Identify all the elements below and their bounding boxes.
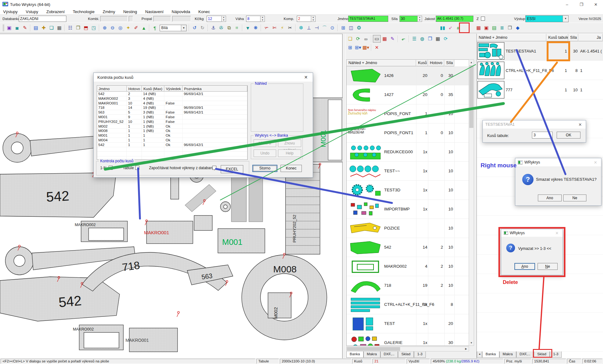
kckg-spinner[interactable]: ▲▼ bbox=[221, 16, 226, 22]
close-icon[interactable]: ✕ bbox=[551, 231, 563, 235]
kusu-tabule-input[interactable]: 3 bbox=[532, 132, 553, 139]
edit-icon[interactable]: ✎ bbox=[21, 24, 29, 32]
list-item-pozice[interactable]: POZICE10 bbox=[347, 219, 469, 238]
zoom-window-icon[interactable]: ◎ bbox=[116, 24, 124, 32]
dialog-title-bar[interactable]: Kontrola počtu kusů ✕ bbox=[94, 73, 313, 82]
menu-item-změny[interactable]: Změny bbox=[103, 9, 115, 14]
menu-item-nastavení[interactable]: Nastavení bbox=[145, 9, 164, 14]
halves-icon[interactable]: ◫ bbox=[347, 24, 355, 32]
ano-button[interactable]: Ano bbox=[514, 263, 535, 270]
tab-1-3[interactable]: 1-3 bbox=[550, 351, 562, 358]
open-folder-icon[interactable]: ❏ bbox=[346, 35, 354, 43]
assembly-item-testsestava1[interactable]: TESTSESTAVA1130AK-1.4541 ( bbox=[477, 41, 603, 61]
assembly-item-ctrl-alt-k-f11-f8-f6[interactable]: CTRL+ALT+K_F11_F8_F6181 bbox=[477, 61, 603, 80]
parts-vscrollbar[interactable]: ▲ ▼ bbox=[469, 59, 474, 346]
table-add-drop-icon[interactable]: ⊞▾ bbox=[354, 44, 362, 51]
redo-icon[interactable]: ↻ bbox=[198, 24, 206, 32]
chevron-down-icon[interactable]: ▼ bbox=[181, 25, 186, 31]
list-item-makro002[interactable]: MAKRO0024210 bbox=[347, 257, 469, 276]
excel-button[interactable]: EXCEL bbox=[221, 165, 243, 173]
tab-makra[interactable]: Makra bbox=[363, 351, 380, 358]
grid-snap-icon[interactable]: ⌗ bbox=[233, 24, 241, 32]
airbrush-icon[interactable]: ✎ bbox=[389, 35, 396, 43]
list-item-popis-font1[interactable]: +МИШЗЕНИ+МИШЗЕНИPOPIS_FONT11010 bbox=[347, 124, 469, 143]
menu-item-konec[interactable]: Konec bbox=[198, 9, 210, 14]
sync-icon[interactable]: ⟳ bbox=[354, 35, 362, 43]
pier-icon[interactable]: ⊥ bbox=[305, 24, 313, 32]
table-row[interactable]: PRUHY202_52101 (NB)False bbox=[97, 119, 247, 124]
delete-x-icon[interactable]: ✕ bbox=[373, 44, 381, 51]
copy-icon[interactable]: ❐ bbox=[74, 24, 82, 32]
close-icon[interactable]: ✕ bbox=[299, 75, 313, 80]
red-grid-icon[interactable]: ▦ bbox=[381, 35, 389, 43]
loop-icon[interactable]: ⊙ bbox=[328, 24, 336, 32]
import-icon[interactable]: ◳ bbox=[90, 24, 98, 32]
kckg-input[interactable]: 12 bbox=[207, 16, 222, 22]
tab-dxf-[interactable]: DXF,... bbox=[516, 351, 534, 358]
import-arrow-icon[interactable]: ⬐ bbox=[399, 35, 407, 43]
table-row[interactable]: MAKRO00234 (NB) bbox=[97, 96, 247, 101]
komp-spinner[interactable]: ▲▼ bbox=[311, 16, 316, 22]
panel-toggle-icon[interactable]: ▭ bbox=[373, 35, 381, 43]
ano-button[interactable]: Ano bbox=[538, 195, 562, 201]
menu-item-zobrazení[interactable]: Zobrazení bbox=[46, 9, 65, 14]
jmeno-input[interactable]: TESTSESTAVA1 bbox=[348, 16, 388, 22]
scroll-down-icon[interactable]: ▼ bbox=[469, 340, 474, 346]
sila-spinner[interactable]: ▲▼ bbox=[417, 16, 422, 22]
list-item-test[interactable]: TEST1x20 bbox=[347, 314, 469, 333]
cut-a-icon[interactable]: ✃ bbox=[263, 24, 271, 32]
table-column-header[interactable]: Hotovo bbox=[127, 86, 142, 92]
help-button[interactable]: Help bbox=[278, 149, 301, 157]
window-refresh-icon[interactable]: ⟳ bbox=[442, 35, 450, 43]
list-item-redukceg00[interactable]: REDUKCEG001x10 bbox=[347, 143, 469, 162]
globe-icon[interactable]: ◍ bbox=[418, 35, 426, 43]
zoom-in-icon[interactable]: ⊕ bbox=[101, 24, 109, 32]
table-column-header[interactable]: Jméno bbox=[97, 86, 127, 92]
parts-column-header[interactable]: Náhled + Jméno bbox=[347, 60, 416, 66]
tab-sklad[interactable]: Sklad bbox=[398, 351, 414, 358]
pair-icon[interactable]: ⊞ bbox=[339, 24, 347, 32]
vystup-combo[interactable]: ESSI▼ bbox=[525, 15, 569, 22]
preview-icon[interactable]: ◙ bbox=[13, 24, 21, 32]
stack-icon[interactable]: ⧉ bbox=[225, 24, 233, 32]
table-add-icon[interactable]: ⊞ bbox=[346, 44, 354, 51]
select-drop-icon[interactable]: ▼ bbox=[244, 24, 252, 32]
comet-icon[interactable]: ➶ bbox=[446, 24, 454, 32]
red-table-icon[interactable]: ▦ bbox=[475, 24, 482, 32]
parts-column-header[interactable]: Síla bbox=[444, 60, 454, 66]
table-row[interactable]: M00211 (NB)Ok bbox=[97, 124, 247, 129]
kombi-field[interactable] bbox=[100, 16, 128, 22]
menu-item-výstupy[interactable]: Výstupy bbox=[3, 9, 18, 14]
menu-item-technologie[interactable]: Technologie bbox=[73, 9, 95, 14]
list-item-1427[interactable]: 142720035 bbox=[347, 85, 469, 104]
vaha-input[interactable]: 8 bbox=[246, 16, 260, 22]
list-item-galerie[interactable]: GALERIE1x30 bbox=[347, 333, 469, 346]
scroll-up-icon[interactable]: ▲ bbox=[469, 60, 474, 65]
assembly-column-header[interactable]: Kusů tabule bbox=[546, 34, 568, 41]
scissors-icon[interactable]: ✂ bbox=[286, 24, 294, 32]
burst-icon[interactable]: ❋ bbox=[252, 24, 260, 32]
table-row[interactable]: M00111Ok bbox=[97, 133, 247, 138]
menu-item-vstupy[interactable]: Vstupy bbox=[26, 9, 38, 14]
table-column-header[interactable]: Poznámka bbox=[183, 86, 247, 92]
plot-icon[interactable]: ▣ bbox=[5, 24, 13, 32]
z-checkbox[interactable] bbox=[481, 17, 485, 21]
list-item-718[interactable]: 71819210 bbox=[347, 276, 469, 295]
cut-b-icon[interactable]: ✄ bbox=[271, 24, 278, 32]
save-icon[interactable]: ▤ bbox=[32, 24, 40, 32]
list-item-importbmp[interactable]: IMPORTBMP1x10 bbox=[347, 200, 469, 219]
chevron-down-icon[interactable]: ▼ bbox=[563, 16, 568, 22]
parts-hscrollbar[interactable]: ▶ bbox=[346, 346, 469, 351]
count-table[interactable]: JménoHotovoKusů (Max)VýsledekPoznámka 54… bbox=[97, 85, 248, 160]
table-row[interactable]: 56353 (NB)False96/69/142/1 bbox=[97, 110, 247, 115]
assembly-column-header[interactable]: Náhled + Jméno bbox=[477, 34, 546, 41]
table-row[interactable]: M00411Ok bbox=[97, 138, 247, 143]
list-item-ctrl-alt-k-f11-f8-f6[interactable]: CTRL+ALT+K_F11_F8_F61x8 bbox=[347, 295, 469, 314]
close-button[interactable]: ✕ bbox=[589, 0, 603, 9]
propal-field-1[interactable] bbox=[153, 16, 171, 22]
kombi-stub[interactable] bbox=[129, 16, 133, 22]
sila-input[interactable]: 30 bbox=[399, 16, 418, 22]
package-icon[interactable]: ❒ bbox=[506, 24, 514, 32]
spark-icon[interactable]: ✦ bbox=[124, 24, 132, 32]
tab-1-3[interactable]: 1-3 bbox=[414, 351, 426, 358]
